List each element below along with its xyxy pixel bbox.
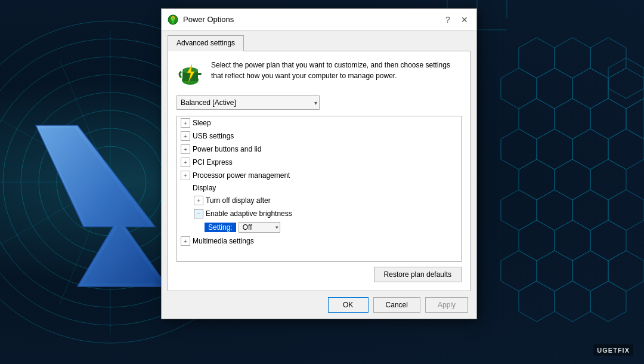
plan-select-wrapper: Balanced [Active]High performancePower s… [177, 95, 320, 110]
tree-item-usb[interactable]: + USB settings [177, 129, 461, 143]
expand-turn-off-display[interactable]: + [194, 196, 203, 205]
dialog-body: Advanced settings [162, 30, 476, 319]
tree-item-power-buttons[interactable]: + Power buttons and lid [177, 143, 461, 156]
setting-label: Setting: [205, 223, 236, 232]
expand-multimedia[interactable]: + [181, 236, 190, 246]
tab-content: Select the power plan that you want to c… [168, 51, 470, 291]
tree-item-multimedia[interactable]: + Multimedia settings [177, 235, 461, 248]
tree-setting-row: Setting: OffOn ▾ [177, 220, 461, 235]
tree-label-multimedia: Multimedia settings [193, 237, 254, 245]
help-button[interactable]: ? [442, 14, 454, 26]
restore-wrap: Restore plan defaults [177, 267, 462, 282]
expand-pci[interactable]: + [181, 158, 190, 167]
tree-item-sleep[interactable]: + Sleep [177, 116, 461, 129]
apply-button[interactable]: Apply [425, 297, 468, 313]
expand-sleep[interactable]: + [181, 118, 190, 128]
power-icon-wrap [177, 60, 204, 87]
tree-label-power-buttons: Power buttons and lid [193, 145, 261, 153]
close-button[interactable]: ✕ [459, 14, 470, 26]
tree-item-display[interactable]: Display [177, 182, 461, 194]
tree-label-sleep: Sleep [193, 119, 211, 127]
expand-usb[interactable]: + [181, 131, 190, 141]
tree-label-processor: Processor power management [193, 171, 290, 180]
ok-button[interactable]: OK [328, 297, 369, 313]
dialog-footer: OK Cancel Apply [162, 291, 476, 319]
tree-item-turn-off-display[interactable]: + Turn off display after [177, 194, 461, 207]
svg-rect-63 [197, 73, 202, 75]
tree-label-adaptive-brightness: Enable adaptive brightness [206, 209, 292, 218]
settings-tree[interactable]: + Sleep + USB settings + Power buttons a… [177, 116, 462, 262]
tree-item-pci[interactable]: + PCI Express [177, 156, 461, 169]
dialog-window: Power Options ? ✕ Advanced settings [161, 8, 477, 319]
tree-label-turn-off-display: Turn off display after [206, 196, 271, 205]
plan-select-wrap: Balanced [Active]High performancePower s… [177, 95, 462, 110]
expand-adaptive-brightness[interactable]: − [194, 209, 203, 218]
watermark: UGETFIX [593, 344, 633, 356]
restore-defaults-button[interactable]: Restore plan defaults [374, 267, 462, 282]
tree-label-usb: USB settings [193, 132, 234, 140]
tree-label-pci: PCI Express [193, 158, 233, 166]
watermark-text: UGETFIX [597, 347, 630, 354]
tab-bar: Advanced settings [162, 30, 476, 51]
power-options-icon [168, 14, 178, 25]
description-section: Select the power plan that you want to c… [177, 60, 462, 87]
dialog-title: Power Options [183, 15, 437, 24]
cancel-button[interactable]: Cancel [373, 297, 420, 313]
expand-processor[interactable]: + [181, 171, 190, 180]
expand-power-buttons[interactable]: + [181, 144, 190, 154]
power-jug-icon [177, 60, 204, 87]
setting-select[interactable]: OffOn [239, 222, 280, 233]
tree-item-adaptive-brightness[interactable]: − Enable adaptive brightness [177, 207, 461, 220]
description-text: Select the power plan that you want to c… [211, 60, 462, 81]
setting-select-wrap: OffOn ▾ [239, 222, 280, 233]
dialog-titlebar: Power Options ? ✕ [162, 9, 476, 30]
plan-select[interactable]: Balanced [Active]High performancePower s… [177, 95, 320, 110]
tree-item-processor[interactable]: + Processor power management [177, 169, 461, 182]
advanced-settings-tab[interactable]: Advanced settings [168, 35, 244, 51]
tree-label-display: Display [193, 184, 216, 192]
